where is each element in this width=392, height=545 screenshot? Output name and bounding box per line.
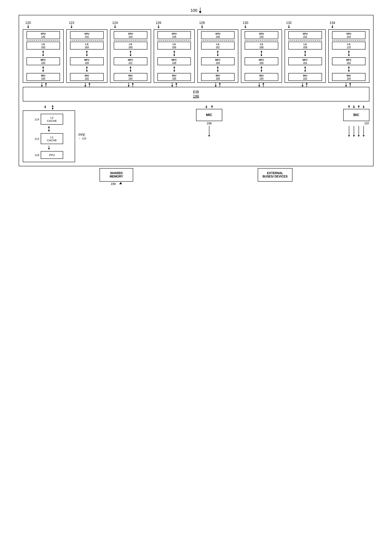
col-ref-4: 128 [197,21,238,28]
l2-ref-label: 114 [35,118,39,121]
bic-ref: 197 [364,122,369,125]
shared-memory-box: SHARED MEMORY [99,168,133,182]
l1-to-ppu-arrow [48,146,50,150]
eib-to-bic-arrow-3 [358,105,360,108]
l2-to-l1-arrow [48,126,50,132]
spu-col-3: SPU 146 LS 166 MFC 158 [154,29,195,83]
diagram: 100 120 122 [19,7,374,186]
spu-col-0: SPU 140 LS 163 MFC 155 [23,29,64,83]
eib-to-mic-arrow-2 [211,105,213,108]
spu-col-5: SPU 150 LS 168 MFC 160 [241,29,282,83]
col-ref-0: 120 [24,21,64,28]
spu-col-4: SPU 148 LS 167 MFC 159 [197,29,239,83]
eib-to-bic-arrow-4 [363,105,365,108]
eib-label: EIB [26,90,366,94]
external-label: EXTERNAL [267,172,283,175]
bic-label: BIC [353,113,359,117]
col-ref-5: 130 [241,21,282,28]
spu-col-6: SPU 152 LS 169 MFC 161 [285,29,326,83]
l1-label: L1 [50,136,54,139]
bic-to-ext-arrow-4 [363,126,365,137]
ppe-outer-box: 114 L2 CACHE [23,111,75,162]
l2-label: L2 [50,116,54,119]
bic-to-ext-arrow-2 [353,126,355,137]
main-box: 120 122 124 12 [19,15,374,166]
bic-to-ext-arrow-1 [348,126,350,137]
shared-label: SHARED [110,172,123,175]
eib-box: EIB 196 [23,87,369,101]
l1-cache-box: L1 CACHE [41,133,63,144]
mic-label: MIC [206,113,212,117]
spu-row: SPU 140 LS 163 MFC 155 [23,29,369,83]
eib-to-bic-arrow-1 [348,105,350,108]
col-ref-2: 124 [110,21,151,28]
eib-to-bic-arrow-2 [353,105,355,108]
bic-to-ext-arrow-3 [358,126,360,137]
ppu-box: PPU [41,151,63,159]
external-sub2: DEVICES [275,175,288,178]
above-eib-arrow-col-2 [110,83,151,87]
spu-col-1: SPU 142 LS 164 MFC 156 [66,29,107,83]
eib-to-ppe-arrow-1 [44,105,46,110]
above-eib-arrow-col-7 [328,83,369,87]
external-buses-box: EXTERNAL BUSES/ DEVICES [258,168,293,182]
external-sub: BUSES/ [263,175,274,178]
eib-to-ppe-arrow-2 [52,105,54,110]
above-eib-arrow-col-0 [24,83,64,87]
bic-box: BIC [343,109,369,121]
external-buses-unit: EXTERNAL BUSES/ DEVICES [258,168,293,186]
ppe-ref: 110 [82,137,86,140]
shared-sub: MEMORY [110,175,123,178]
col-ref-7: 134 [328,21,369,28]
l1-ref-label: 112 [35,137,39,140]
col-ref-6: 132 [284,21,325,28]
l1-sub: CACHE [47,139,57,142]
above-eib-arrow-col-5 [241,83,282,87]
above-eib-arrow-col-1 [67,83,108,87]
col-ref-1: 122 [67,21,108,28]
mic-ref: 198 [207,122,212,125]
ppe-label: PPE ← 110 [79,133,86,140]
eib-num: 196 [26,94,366,99]
top-ref-label: 100 [190,8,197,13]
above-eib-arrow-col-4 [197,83,238,87]
eib-to-mic-arrow-1 [205,105,207,108]
above-eib-arrow-col-6 [284,83,325,87]
spu-col-2: SPU 144 LS 165 MFC 157 [110,29,151,83]
mic-box: MIC [196,109,222,121]
spu-col-7: SPU 154 LS 170 MFC 162 [328,29,369,83]
l2-sub: CACHE [47,119,57,122]
l2-cache-box: L2 CACHE [41,114,63,125]
col-ref-3: 126 [154,21,195,28]
ppu-ref-label: 116 [35,153,39,157]
shared-ref: 199 [111,182,116,186]
above-eib-arrow-col-3 [154,83,195,87]
shared-memory-unit: SHARED MEMORY 199 [99,168,133,186]
mic-to-mem-arrow [208,126,210,137]
ppu-label: PPU [49,153,55,157]
